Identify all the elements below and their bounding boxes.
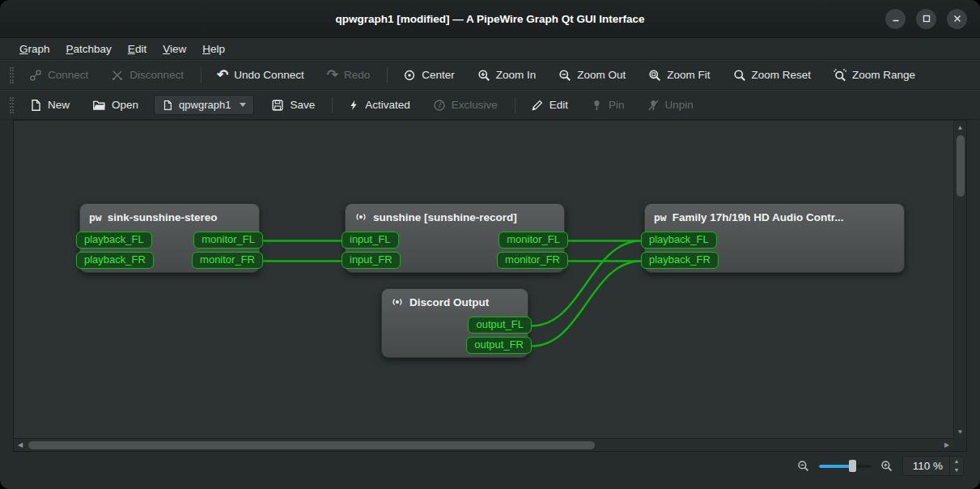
open-label: Open bbox=[112, 99, 138, 111]
port-label: monitor_FR bbox=[200, 253, 255, 266]
zoom-in-button[interactable]: Zoom In bbox=[470, 65, 544, 86]
port-monitor-fl[interactable]: monitor_FL bbox=[193, 232, 263, 249]
port-label: playback_FR bbox=[84, 253, 146, 266]
pipewire-icon: pw bbox=[89, 211, 102, 223]
new-file-icon bbox=[29, 99, 42, 112]
edit-label: Edit bbox=[549, 99, 568, 111]
menu-patchbay[interactable]: Patchbay bbox=[58, 40, 120, 57]
zoom-spinbox[interactable]: 110 % ▲ ▼ bbox=[902, 456, 964, 476]
node-sunshine-record[interactable]: sunshine [sunshine-record] input_FL moni… bbox=[345, 203, 565, 273]
center-icon bbox=[403, 69, 416, 82]
connect-button[interactable]: Connect bbox=[22, 65, 95, 86]
menu-edit[interactable]: Edit bbox=[120, 40, 155, 57]
undo-connect-button[interactable]: ↶ Undo Connect bbox=[210, 65, 312, 86]
cable-discordFR-playbackFR[interactable] bbox=[532, 262, 641, 347]
zoom-out-mini-icon[interactable] bbox=[797, 460, 809, 472]
vertical-scrollbar[interactable]: ▲ ▼ bbox=[953, 121, 966, 438]
vertical-scroll-thumb[interactable] bbox=[957, 135, 965, 197]
minimize-button[interactable] bbox=[885, 9, 906, 29]
spin-arrows: ▲ ▼ bbox=[949, 457, 963, 475]
port-input-fr[interactable]: input_FR bbox=[342, 252, 401, 269]
port-label: output_FL bbox=[476, 318, 524, 330]
titlebar[interactable]: qpwgraph1 [modified] — A PipeWire Graph … bbox=[0, 0, 980, 38]
port-playback-fr[interactable]: playback_FR bbox=[641, 252, 719, 269]
new-button[interactable]: New bbox=[22, 95, 77, 116]
zoom-value: 110 % bbox=[903, 457, 949, 475]
port-output-fr[interactable]: output_FR bbox=[466, 337, 532, 354]
menu-graph[interactable]: Graph bbox=[11, 40, 58, 57]
menu-view[interactable]: View bbox=[155, 40, 194, 57]
node-family-hd-audio[interactable]: pw Family 17h/19h HD Audio Contr... play… bbox=[644, 203, 905, 273]
disconnect-icon bbox=[111, 69, 124, 82]
zoom-out-button[interactable]: Zoom Out bbox=[551, 65, 633, 86]
new-label: New bbox=[48, 99, 70, 111]
disconnect-label: Disconnect bbox=[129, 69, 184, 81]
connect-icon bbox=[29, 69, 42, 82]
node-title: sunshine [sunshine-record] bbox=[373, 211, 517, 223]
node-header: sunshine [sunshine-record] bbox=[346, 204, 564, 230]
edit-button[interactable]: Edit bbox=[524, 95, 575, 116]
node-discord-output[interactable]: Discord Output output_FL output_FR bbox=[381, 288, 528, 358]
app-window: qpwgraph1 [modified] — A PipeWire Graph … bbox=[0, 0, 980, 489]
port-playback-fl[interactable]: playback_FL bbox=[76, 232, 152, 249]
port-input-fl[interactable]: input_FL bbox=[342, 232, 399, 249]
zoom-fit-button[interactable]: Zoom Fit bbox=[641, 65, 717, 86]
maximize-icon bbox=[922, 14, 931, 23]
disconnect-button[interactable]: Disconnect bbox=[104, 65, 191, 86]
port-monitor-fr[interactable]: monitor_FR bbox=[497, 252, 568, 269]
zoom-slider-handle[interactable] bbox=[849, 460, 856, 472]
toolbar-patchbay: New Open qpwgraph1 Save bbox=[0, 90, 980, 120]
zoom-in-mini-icon[interactable] bbox=[880, 460, 893, 472]
port-row: output_FR bbox=[382, 335, 528, 355]
minimize-icon bbox=[891, 14, 901, 23]
port-playback-fl[interactable]: playback_FL bbox=[641, 232, 717, 249]
graph-canvas[interactable]: pw sink-sunshine-stereo playback_FL moni… bbox=[14, 121, 953, 438]
horizontal-scrollbar[interactable]: ◀ ▶ bbox=[14, 438, 953, 451]
zoom-range-icon bbox=[834, 69, 846, 82]
port-row: playback_FR bbox=[645, 250, 904, 270]
scroll-down-arrow[interactable]: ▼ bbox=[954, 425, 967, 438]
undo-label: Undo Connect bbox=[234, 69, 303, 81]
scroll-up-arrow[interactable]: ▲ bbox=[954, 121, 967, 134]
zoom-slider-fill bbox=[819, 465, 851, 468]
unpin-button[interactable]: Unpin bbox=[640, 95, 701, 116]
exclusive-label: Exclusive bbox=[452, 99, 498, 111]
port-row: playback_FR monitor_FR bbox=[80, 250, 259, 270]
zoom-slider[interactable] bbox=[819, 460, 871, 472]
zoom-range-button[interactable]: Zoom Range bbox=[826, 65, 923, 86]
toolbar-drag-handle[interactable] bbox=[10, 67, 14, 83]
scroll-right-arrow[interactable]: ▶ bbox=[940, 439, 953, 452]
window-controls bbox=[885, 0, 967, 37]
toolbar-drag-handle[interactable] bbox=[10, 97, 14, 113]
open-button[interactable]: Open bbox=[85, 95, 146, 116]
center-button[interactable]: Center bbox=[396, 65, 462, 86]
center-label: Center bbox=[422, 69, 455, 81]
redo-button[interactable]: ↷ Redo bbox=[320, 65, 378, 86]
port-output-fl[interactable]: output_FL bbox=[468, 317, 532, 334]
node-sink-sunshine-stereo[interactable]: pw sink-sunshine-stereo playback_FL moni… bbox=[79, 203, 260, 273]
scroll-left-arrow[interactable]: ◀ bbox=[14, 439, 27, 452]
activated-label: Activated bbox=[365, 99, 410, 111]
node-header: Discord Output bbox=[382, 289, 528, 315]
exclusive-button[interactable]: f Exclusive bbox=[426, 95, 505, 116]
menu-help[interactable]: Help bbox=[194, 40, 233, 57]
port-monitor-fr[interactable]: monitor_FR bbox=[192, 252, 263, 269]
pin-button[interactable]: Pin bbox=[583, 95, 632, 116]
node-title: Discord Output bbox=[409, 296, 489, 308]
close-button[interactable] bbox=[947, 9, 967, 29]
port-row: output_FL bbox=[382, 315, 528, 335]
zoom-spin-up-button[interactable]: ▲ bbox=[950, 457, 963, 466]
zoom-reset-button[interactable]: Zoom Reset bbox=[726, 65, 819, 86]
save-label: Save bbox=[290, 99, 315, 111]
activated-button[interactable]: Activated bbox=[341, 95, 418, 116]
save-button[interactable]: Save bbox=[264, 95, 322, 116]
zoom-spin-down-button[interactable]: ▼ bbox=[950, 466, 963, 475]
port-playback-fr[interactable]: playback_FR bbox=[76, 252, 154, 269]
activated-bolt-icon bbox=[348, 99, 359, 112]
pin-label: Pin bbox=[609, 99, 625, 111]
horizontal-scroll-thumb[interactable] bbox=[28, 441, 595, 449]
maximize-button[interactable] bbox=[916, 9, 936, 29]
port-monitor-fl[interactable]: monitor_FL bbox=[498, 232, 568, 249]
port-label: monitor_FL bbox=[202, 233, 255, 245]
patchbay-selector[interactable]: qpwgraph1 bbox=[154, 95, 254, 115]
